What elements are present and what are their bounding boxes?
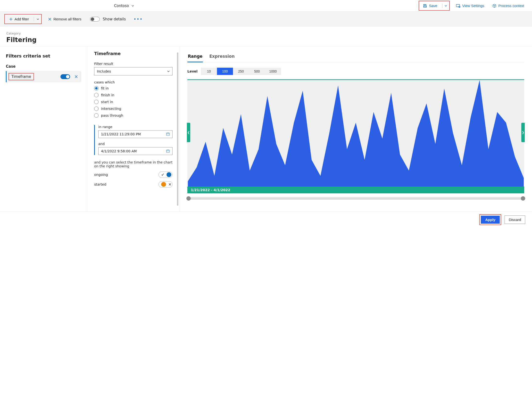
- date-to-input[interactable]: 4/1/2022 9:58:00 AM: [98, 147, 173, 155]
- radio-icon: [94, 106, 99, 111]
- cases-which-radio-group: fit in finish in start in intersecting p…: [94, 86, 173, 118]
- svg-rect-2: [166, 133, 169, 136]
- level-option-100[interactable]: 100: [217, 68, 233, 75]
- cases-which-label: cases which: [94, 80, 173, 84]
- scrollbar[interactable]: [177, 52, 178, 206]
- level-option-1000[interactable]: 1000: [265, 68, 281, 75]
- slider-knob-right[interactable]: [521, 196, 525, 201]
- more-menu-button[interactable]: •••: [132, 16, 144, 22]
- save-button[interactable]: Save: [421, 2, 439, 9]
- remove-all-filters-button[interactable]: Remove all filters: [46, 16, 84, 23]
- level-option-500[interactable]: 500: [249, 68, 265, 75]
- chevron-down-icon: [167, 70, 170, 73]
- chart-panel: Range Expression Level 101002505001000 ❮…: [180, 47, 532, 212]
- filter-config-panel: Timeframe Filter result Includes cases w…: [87, 47, 180, 212]
- check-icon: [161, 173, 164, 176]
- filter-enabled-toggle[interactable]: [60, 74, 70, 79]
- close-icon: [168, 183, 171, 186]
- top-actions: Save View Settings Process context: [419, 1, 526, 11]
- date-from-value: 1/21/2022 11:29:00 PM: [101, 132, 141, 136]
- range-chart[interactable]: ❮ ❯ 1/21/2022 - 4/1/2022: [187, 79, 524, 193]
- view-settings-icon: [456, 4, 460, 8]
- discard-button[interactable]: Discard: [505, 215, 525, 224]
- radio-finish-in[interactable]: finish in: [94, 93, 173, 97]
- add-filter-group: Add filter: [4, 14, 42, 24]
- criteria-set-title: Filters criteria set: [6, 53, 81, 58]
- chevron-down-icon[interactable]: [444, 4, 447, 7]
- case-group-label: Case: [6, 64, 81, 69]
- add-filter-button[interactable]: Add filter: [7, 16, 31, 23]
- apply-button[interactable]: Apply: [481, 216, 500, 224]
- chart-tabs: Range Expression: [187, 53, 524, 62]
- view-settings-button[interactable]: View Settings: [454, 2, 486, 9]
- radio-icon: [94, 100, 99, 104]
- chart-handle-left[interactable]: ❮: [187, 123, 190, 142]
- filter-row-timeframe[interactable]: Timeframe: [6, 71, 81, 82]
- close-icon: [75, 75, 78, 78]
- radio-label: intersecting: [101, 107, 121, 111]
- chart-handle-right[interactable]: ❯: [521, 123, 525, 142]
- level-option-250[interactable]: 250: [233, 68, 249, 75]
- plus-icon: [9, 17, 13, 21]
- apply-highlight: Apply: [479, 214, 501, 225]
- chevron-down-icon[interactable]: [36, 18, 39, 21]
- date-from-input[interactable]: 1/21/2022 11:29:00 PM: [98, 130, 173, 138]
- show-details-toggle[interactable]: Show details: [88, 15, 128, 23]
- cube-icon: [492, 4, 496, 8]
- close-icon: [48, 17, 51, 21]
- dot-icon: [166, 172, 171, 177]
- in-range-label: in range: [98, 125, 173, 129]
- toggle-off-icon: [90, 17, 100, 22]
- tab-expression[interactable]: Expression: [209, 53, 235, 62]
- remove-all-label: Remove all filters: [53, 17, 81, 21]
- chart-hint-text: and you can select the timeframe in the …: [94, 160, 173, 168]
- level-option-10[interactable]: 10: [201, 68, 217, 75]
- save-icon: [423, 4, 427, 8]
- range-slider[interactable]: [187, 197, 524, 200]
- page-category: Category: [6, 32, 526, 35]
- process-context-label: Process context: [498, 4, 524, 8]
- remove-filter-button[interactable]: [74, 74, 79, 79]
- radio-start-in[interactable]: start in: [94, 100, 173, 104]
- date-range-block: in range 1/21/2022 11:29:00 PM and 4/1/2…: [94, 125, 173, 155]
- and-label: and: [98, 142, 173, 146]
- radio-icon: [94, 113, 99, 118]
- page-heading: Category Filtering: [0, 27, 532, 47]
- filter-name: Timeframe: [8, 73, 34, 80]
- radio-label: finish in: [101, 93, 114, 97]
- org-picker[interactable]: Contoso: [113, 3, 136, 9]
- radio-label: pass through: [101, 114, 123, 117]
- radio-pass-through[interactable]: pass through: [94, 113, 173, 118]
- filter-result-select[interactable]: Includes: [94, 67, 173, 75]
- main-columns: Filters criteria set Case Timeframe Time…: [0, 47, 532, 212]
- level-bar: Level 101002505001000: [187, 68, 524, 75]
- org-name: Contoso: [114, 4, 129, 8]
- save-divider: [442, 4, 442, 8]
- view-settings-label: View Settings: [462, 4, 484, 8]
- started-toggle[interactable]: [158, 181, 173, 188]
- show-details-label: Show details: [103, 17, 126, 21]
- calendar-icon: [166, 132, 170, 136]
- slider-knob-left[interactable]: [186, 196, 191, 201]
- radio-fit-in[interactable]: fit in: [94, 86, 173, 90]
- tab-range[interactable]: Range: [187, 53, 203, 62]
- process-context-button[interactable]: Process context: [490, 2, 526, 9]
- date-to-value: 4/1/2022 9:58:00 AM: [101, 149, 137, 153]
- ongoing-toggle[interactable]: [158, 172, 173, 178]
- dot-icon: [161, 182, 166, 187]
- radio-icon: [94, 93, 99, 97]
- svg-rect-3: [166, 150, 169, 153]
- level-segmented: 101002505001000: [201, 68, 281, 75]
- started-label: started: [94, 182, 106, 186]
- save-label: Save: [429, 4, 437, 8]
- radio-intersecting[interactable]: intersecting: [94, 106, 173, 111]
- radio-label: fit in: [101, 86, 109, 90]
- save-button-group: Save: [419, 1, 449, 11]
- filter-result-value: Includes: [97, 69, 111, 73]
- area-chart-svg: [188, 80, 524, 187]
- filter-result-label: Filter result: [94, 62, 173, 66]
- add-filter-divider: [34, 17, 34, 21]
- add-filter-label: Add filter: [15, 17, 29, 21]
- radio-label: start in: [101, 100, 113, 104]
- footer-bar: Apply Discard: [0, 212, 532, 228]
